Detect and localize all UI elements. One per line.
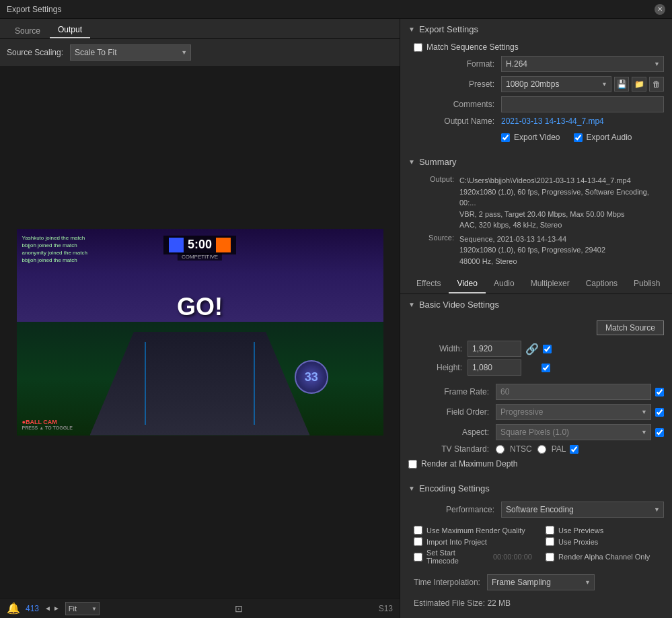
preset-folder-icon[interactable]: 📁 [632,77,646,92]
tv-standard-label: TV Standard: [408,444,489,454]
fit-select[interactable]: Fit 25% 50% 75% 100% [65,602,100,615]
tab-effects[interactable]: Effects [408,275,449,294]
match-sequence-checkbox[interactable] [414,43,422,52]
format-row: Format: H.264 [414,56,664,72]
height-input[interactable] [468,359,521,376]
preset-controls: 1080p 20mbps 💾 📁 🗑 [501,76,664,92]
use-max-render-quality-label[interactable]: Use Maximum Render Quality [426,526,525,535]
tabs-bar: Source Output [0,19,400,39]
ntsc-label[interactable]: NTSC [510,444,532,454]
preset-delete-icon[interactable]: 🗑 [649,77,664,92]
width-input[interactable] [468,341,521,357]
import-into-project-item: Import Into Project [414,537,532,546]
export-video-checkbox[interactable] [501,133,510,142]
prev-arrow[interactable]: ◄ [44,605,51,612]
export-audio-checkbox[interactable] [574,133,583,142]
use-previews-item: Use Previews [546,526,664,535]
estimated-file-size-value: 22 MB [487,598,511,608]
export-video-label[interactable]: Export Video [514,133,560,142]
source-scaling-wrapper: Scale To Fit [70,44,191,61]
tab-audio[interactable]: Audio [486,275,523,294]
hud-timer-value: 5:00 [188,238,212,252]
tab-source[interactable]: Source [7,24,48,38]
use-max-render-quality-item: Use Maximum Render Quality [414,526,532,535]
aspect-label: Aspect: [408,427,489,437]
use-proxies-label[interactable]: Use Proxies [558,538,598,546]
import-into-project-label[interactable]: Import Into Project [426,538,487,546]
chat-line-2: bbjjoh joined the match [22,242,87,249]
field-order-select-wrap: Progressive [496,404,651,420]
aspect-checkbox[interactable] [655,428,664,437]
preset-row: Preset: 1080p 20mbps 💾 📁 🗑 [414,76,664,92]
render-alpha-channel-label[interactable]: Render Alpha Channel Only [558,553,650,561]
field-order-row: Field Order: Progressive [408,404,664,420]
ntsc-radio[interactable] [496,445,505,454]
frame-rate-input[interactable] [496,384,651,400]
field-order-label: Field Order: [408,407,489,417]
tab-publish[interactable]: Publish [626,275,668,294]
tab-multiplexer[interactable]: Multiplexer [523,275,578,294]
preset-save-icon[interactable]: 💾 [614,77,629,92]
encoding-settings-header[interactable]: ▼ Encoding Settings [400,478,672,499]
comments-input[interactable] [501,96,664,112]
encoding-settings-title: Encoding Settings [419,483,490,493]
summary-header[interactable]: ▼ Summary [400,151,672,172]
match-sequence-label[interactable]: Match Sequence Settings [426,42,519,52]
use-proxies-checkbox[interactable] [546,537,554,546]
main-container: Source Output Source Scaling: Scale To F… [0,19,672,618]
tab-captions[interactable]: Captions [578,275,626,294]
import-into-project-checkbox[interactable] [414,537,422,546]
aspect-select[interactable]: Square Pixels (1.0) [496,424,651,440]
export-settings-body: Match Sequence Settings Format: H.264 Pr… [400,40,672,151]
source-scaling-bar: Source Scaling: Scale To Fit [0,39,400,66]
preview-image: Yashkuto joined the match bbjjoh joined … [17,229,383,436]
time-interpolation-select[interactable]: Frame Sampling Frame Blending Optical Fl… [487,574,595,590]
tab-output[interactable]: Output [50,22,90,38]
width-checkbox[interactable] [543,345,552,353]
performance-row: Performance: Software Encoding Hardware … [414,502,664,518]
source-scaling-select[interactable]: Scale To Fit [70,44,191,61]
summary-collapse-icon: ▼ [408,158,415,166]
field-order-select[interactable]: Progressive [496,404,651,420]
performance-select[interactable]: Software Encoding Hardware Encoding [501,502,664,518]
next-arrow[interactable]: ► [53,605,60,612]
ball-cam: ●BALL CAM PRESS ▲ TO TOGGLE [22,419,73,430]
frame-rate-checkbox[interactable] [655,388,664,397]
hud-competitive: COMPETITIVE [178,253,222,261]
fullscreen-icon[interactable]: ⊡ [235,603,243,614]
time-interpolation-label: Time Interpolation: [414,578,480,587]
aspect-row: Aspect: Square Pixels (1.0) [408,424,664,440]
comments-row: Comments: [414,96,664,112]
tab-video[interactable]: Video [449,275,485,294]
close-button[interactable]: ✕ [655,4,665,15]
use-max-render-quality-checkbox[interactable] [414,526,422,535]
alert-icon: 🔔 [7,602,20,615]
match-sequence-row: Match Sequence Settings [414,42,664,52]
output-name-value[interactable]: 2021-03-13 14-13-44_7.mp4 [501,116,604,126]
pal-radio[interactable] [537,445,546,454]
basic-video-settings-header[interactable]: ▼ Basic Video Settings [400,294,672,315]
render-max-depth-checkbox[interactable] [408,460,417,469]
format-select[interactable]: H.264 [501,56,664,72]
tv-standard-checkbox[interactable] [570,445,578,454]
export-settings-header[interactable]: ▼ Export Settings [400,19,672,40]
match-source-button[interactable]: Match Source [597,320,664,335]
set-start-timecode-label[interactable]: Set Start Timecode [426,549,485,565]
aspect-select-wrap: Square Pixels (1.0) [496,424,651,440]
render-max-depth-label[interactable]: Render at Maximum Depth [421,459,517,469]
field-order-checkbox[interactable] [655,408,664,417]
render-alpha-channel-checkbox[interactable] [546,553,554,561]
summary-output-row: Output: C:\Users\bbjjoh\Videos\2021-03-1… [414,175,664,231]
set-start-timecode-checkbox[interactable] [414,553,422,561]
use-previews-checkbox[interactable] [546,526,554,535]
tv-standard-radios: NTSC PAL [496,444,566,454]
basic-video-title: Basic Video Settings [419,300,499,310]
height-checkbox[interactable] [542,364,550,372]
encoding-checkboxes-grid: Use Maximum Render Quality Use Previews … [414,522,664,569]
pal-label[interactable]: PAL [552,444,566,454]
preset-select[interactable]: 1080p 20mbps [501,76,611,92]
use-proxies-item: Use Proxies [546,537,664,546]
chat-line-3: anonymity joined the match [22,249,87,256]
use-previews-label[interactable]: Use Previews [558,526,603,535]
export-audio-label[interactable]: Export Audio [587,133,632,142]
